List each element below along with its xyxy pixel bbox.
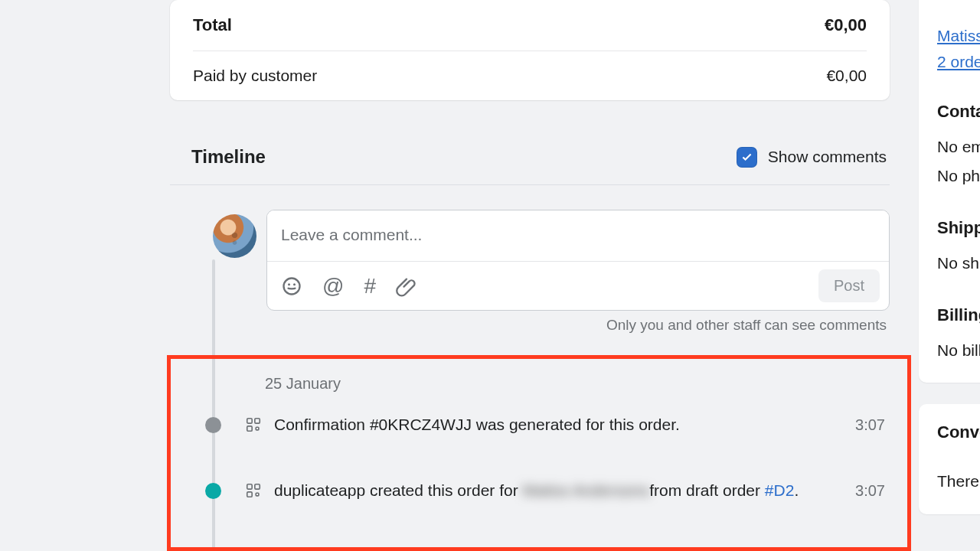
total-row: Total €0,00 — [193, 0, 867, 51]
customer-card: Matiss 2 orde Conta No em No ph Shippi N… — [919, 0, 980, 383]
comment-visibility-hint: Only you and other staff can see comment… — [266, 311, 890, 334]
comment-composer: @ # Post — [266, 210, 890, 311]
paid-value: €0,00 — [826, 67, 867, 85]
shipping-heading: Shippi — [937, 218, 980, 238]
timeline-date-heading: 25 January — [245, 340, 890, 403]
timeline-event[interactable]: duplicateapp created this order for Mati… — [191, 469, 890, 512]
conversion-card: Conve There — [919, 404, 980, 514]
event-time: 3:07 — [855, 416, 890, 434]
mention-icon[interactable]: @ — [322, 276, 344, 297]
timeline-header: Timeline Show comments — [170, 139, 890, 185]
svg-rect-6 — [256, 427, 259, 430]
emoji-icon[interactable] — [281, 276, 302, 297]
attachment-icon[interactable] — [396, 276, 417, 297]
total-label: Total — [193, 15, 232, 35]
avatar — [213, 214, 256, 258]
show-comments-label: Show comments — [768, 148, 887, 166]
app-icon — [245, 416, 262, 433]
post-button[interactable]: Post — [818, 269, 880, 302]
event-text: duplicateapp created this order for Mati… — [274, 481, 855, 500]
event-time: 3:07 — [855, 482, 890, 500]
show-comments-toggle[interactable]: Show comments — [737, 147, 887, 168]
app-icon — [245, 482, 262, 499]
checkbox-checked-icon — [737, 147, 757, 168]
no-billing-text: No bill — [937, 336, 980, 365]
svg-point-1 — [288, 283, 290, 285]
payment-summary-card: Total €0,00 Paid by customer €0,00 — [170, 0, 890, 100]
conversion-body: There — [937, 467, 980, 496]
right-column: Matiss 2 orde Conta No em No ph Shippi N… — [919, 0, 980, 536]
customer-orders-link[interactable]: 2 orde — [937, 49, 980, 75]
comment-composer-wrap: @ # Post Only you and other staff can se… — [213, 185, 890, 340]
svg-rect-5 — [247, 426, 252, 431]
svg-rect-8 — [255, 484, 260, 489]
timeline-dot-icon — [205, 483, 221, 499]
svg-rect-3 — [247, 419, 252, 423]
timeline-dot-icon — [205, 417, 221, 433]
composer-toolbar: @ # Post — [267, 261, 889, 310]
conversion-heading: Conve — [937, 422, 980, 442]
no-shipping-text: No shi — [937, 249, 980, 278]
event-text: Confirmation #0KRCZ4WJJ was generated fo… — [274, 416, 855, 434]
contact-heading: Conta — [937, 102, 980, 122]
no-phone-text: No ph — [937, 161, 980, 191]
svg-rect-4 — [255, 419, 260, 423]
paid-row: Paid by customer €0,00 — [193, 51, 867, 100]
main-column: Total €0,00 Paid by customer €0,00 Timel… — [170, 0, 890, 551]
total-value: €0,00 — [825, 15, 867, 35]
draft-order-link[interactable]: #D2 — [765, 481, 795, 499]
svg-rect-9 — [247, 492, 252, 497]
svg-point-0 — [284, 278, 300, 294]
comment-input[interactable] — [267, 210, 889, 261]
redacted-name: Matiss Andersons — [523, 481, 650, 500]
customer-name-link[interactable]: Matiss — [937, 23, 980, 49]
svg-point-2 — [293, 283, 296, 285]
timeline-title: Timeline — [191, 146, 266, 168]
timeline-body: @ # Post Only you and other staff can se… — [191, 185, 890, 551]
no-email-text: No em — [937, 132, 980, 161]
svg-rect-10 — [256, 493, 259, 496]
billing-heading: Billing — [937, 305, 980, 325]
timeline-event[interactable]: Confirmation #0KRCZ4WJJ was generated fo… — [191, 403, 890, 446]
svg-rect-7 — [247, 484, 252, 489]
hashtag-icon[interactable]: # — [364, 276, 376, 297]
paid-label: Paid by customer — [193, 67, 317, 85]
